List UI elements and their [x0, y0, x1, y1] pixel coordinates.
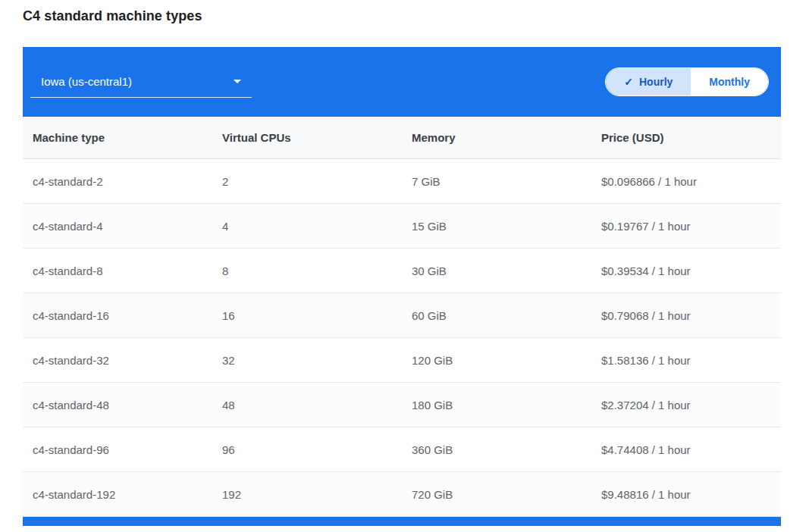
header-virtual-cpus: Virtual CPUs	[212, 131, 402, 144]
table-row: c4-standard-8 8 30 GiB $0.39534 / 1 hour	[23, 249, 781, 293]
price-cell: $2.37204 / 1 hour	[591, 399, 781, 412]
billing-period-toggle: ✓ Hourly Monthly	[605, 67, 769, 96]
memory-cell: 15 GiB	[402, 220, 591, 233]
price-cell: $0.096866 / 1 hour	[591, 175, 781, 188]
memory-cell: 720 GiB	[402, 488, 591, 501]
machine-type-cell: c4-standard-8	[23, 264, 212, 277]
price-cell: $0.39534 / 1 hour	[591, 264, 781, 277]
table-row: c4-standard-4 4 15 GiB $0.19767 / 1 hour	[23, 204, 781, 249]
page-title: C4 standard machine types	[23, 8, 809, 24]
machine-type-cell: c4-standard-96	[23, 443, 212, 456]
table-row: c4-standard-2 2 7 GiB $0.096866 / 1 hour	[23, 159, 781, 204]
virtual-cpus-cell: 2	[212, 175, 402, 188]
virtual-cpus-cell: 4	[212, 220, 402, 233]
machine-type-cell: c4-standard-2	[23, 175, 212, 188]
memory-cell: 30 GiB	[402, 264, 591, 277]
table-header-row: Machine type Virtual CPUs Memory Price (…	[23, 117, 781, 159]
machine-type-cell: c4-standard-48	[23, 399, 212, 412]
table-row: c4-standard-16 16 60 GiB $0.79068 / 1 ho…	[23, 293, 781, 338]
machine-type-cell: c4-standard-32	[23, 354, 212, 367]
hourly-toggle-label: Hourly	[639, 76, 673, 88]
memory-cell: 60 GiB	[402, 309, 591, 322]
price-cell: $9.48816 / 1 hour	[591, 488, 781, 501]
memory-cell: 180 GiB	[402, 399, 591, 412]
region-selector-value: Iowa (us-central1)	[41, 75, 132, 88]
memory-cell: 120 GiB	[402, 354, 591, 367]
header-price: Price (USD)	[591, 131, 781, 144]
price-cell: $1.58136 / 1 hour	[591, 354, 781, 367]
machine-types-table: Machine type Virtual CPUs Memory Price (…	[23, 117, 781, 517]
widget-footer-bar	[23, 517, 781, 526]
virtual-cpus-cell: 48	[212, 399, 402, 412]
table-row: c4-standard-32 32 120 GiB $1.58136 / 1 h…	[23, 338, 781, 383]
virtual-cpus-cell: 32	[212, 354, 402, 367]
chevron-down-icon	[234, 80, 241, 83]
hourly-toggle-button[interactable]: ✓ Hourly	[606, 68, 691, 95]
machine-type-cell: c4-standard-16	[23, 309, 212, 322]
virtual-cpus-cell: 8	[212, 264, 402, 277]
header-machine-type: Machine type	[23, 131, 212, 144]
region-selector-dropdown[interactable]: Iowa (us-central1)	[30, 66, 252, 98]
monthly-toggle-button[interactable]: Monthly	[691, 68, 768, 95]
check-icon: ✓	[624, 76, 633, 88]
table-row: c4-standard-192 192 720 GiB $9.48816 / 1…	[23, 472, 781, 517]
table-row: c4-standard-48 48 180 GiB $2.37204 / 1 h…	[23, 383, 781, 427]
monthly-toggle-label: Monthly	[709, 76, 750, 88]
machine-type-cell: c4-standard-4	[23, 220, 212, 233]
memory-cell: 7 GiB	[402, 175, 591, 188]
virtual-cpus-cell: 192	[212, 488, 402, 501]
machine-type-cell: c4-standard-192	[23, 488, 212, 501]
virtual-cpus-cell: 96	[212, 443, 402, 456]
memory-cell: 360 GiB	[402, 443, 591, 456]
pricing-toolbar: Iowa (us-central1) ✓ Hourly Monthly	[23, 47, 781, 117]
price-cell: $0.19767 / 1 hour	[591, 220, 781, 233]
header-memory: Memory	[402, 131, 591, 144]
price-cell: $0.79068 / 1 hour	[591, 309, 781, 322]
pricing-widget: Iowa (us-central1) ✓ Hourly Monthly Mach…	[23, 47, 781, 526]
virtual-cpus-cell: 16	[212, 309, 402, 322]
price-cell: $4.74408 / 1 hour	[591, 443, 781, 456]
table-row: c4-standard-96 96 360 GiB $4.74408 / 1 h…	[23, 427, 781, 472]
